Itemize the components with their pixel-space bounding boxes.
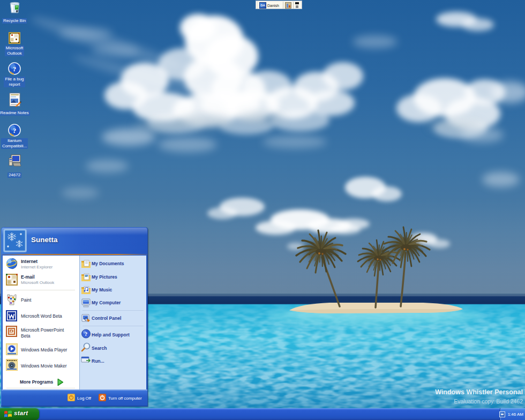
svg-text:Evaluation copy. Build 2462: Evaluation copy. Build 2462	[454, 398, 523, 404]
svg-text:?: ?	[85, 331, 88, 337]
svg-text:?: ?	[13, 65, 17, 73]
svg-text:?: ?	[13, 126, 17, 134]
svg-text:Windows Whistler Personal: Windows Whistler Personal	[435, 388, 523, 396]
